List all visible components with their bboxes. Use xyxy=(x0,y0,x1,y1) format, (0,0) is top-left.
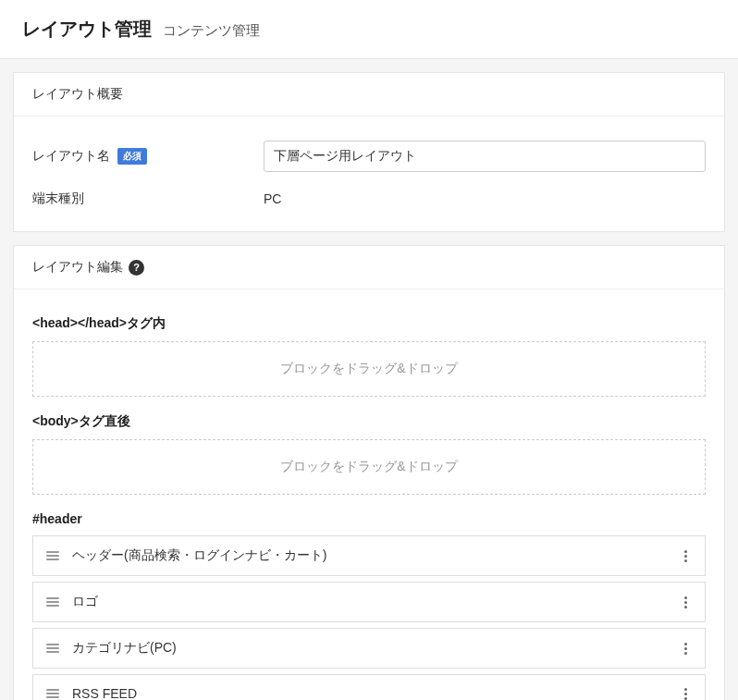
block-label: RSS FEED xyxy=(72,686,666,700)
header-zone-label: #header xyxy=(32,511,706,526)
drag-handle-icon[interactable] xyxy=(46,689,59,698)
edit-heading: レイアウト編集 ? xyxy=(14,246,724,289)
device-type-value-col: PC xyxy=(264,191,706,206)
layout-name-label: レイアウト名 xyxy=(32,148,110,165)
layout-name-row: レイアウト名 必須 xyxy=(32,131,706,181)
block-item[interactable]: ロゴ xyxy=(32,582,706,622)
dropzone-placeholder: ブロックをドラッグ&ドロップ xyxy=(280,459,457,473)
block-item[interactable]: RSS FEED xyxy=(32,674,706,700)
overview-card: レイアウト概要 レイアウト名 必須 端末種別 PC xyxy=(13,72,725,232)
device-type-value: PC xyxy=(264,191,281,206)
required-badge: 必須 xyxy=(117,148,147,165)
page-title: レイアウト管理 xyxy=(22,17,152,42)
content: レイアウト概要 レイアウト名 必須 端末種別 PC xyxy=(0,59,738,700)
head-dropzone[interactable]: ブロックをドラッグ&ドロップ xyxy=(32,341,706,397)
block-label: カテゴリナビ(PC) xyxy=(72,640,666,657)
body-dropzone[interactable]: ブロックをドラッグ&ドロップ xyxy=(32,439,706,495)
device-type-label: 端末種別 xyxy=(32,190,84,207)
layout-name-input-col xyxy=(264,141,706,172)
block-item[interactable]: ヘッダー(商品検索・ログインナビ・カート) xyxy=(32,535,706,576)
drag-handle-icon[interactable] xyxy=(46,597,59,607)
layout-name-label-col: レイアウト名 必須 xyxy=(32,148,264,165)
more-icon[interactable] xyxy=(679,643,692,655)
overview-body: レイアウト名 必須 端末種別 PC xyxy=(14,117,724,231)
edit-body: <head></head>タグ内 ブロックをドラッグ&ドロップ <body>タグ… xyxy=(14,289,724,700)
more-icon[interactable] xyxy=(679,688,692,700)
drag-handle-icon[interactable] xyxy=(46,551,59,560)
body-zone-label: <body>タグ直後 xyxy=(32,413,706,430)
layout-name-input[interactable] xyxy=(264,141,706,172)
device-type-row: 端末種別 PC xyxy=(32,181,706,216)
block-label: ヘッダー(商品検索・ログインナビ・カート) xyxy=(72,547,666,564)
more-icon[interactable] xyxy=(679,550,692,562)
device-type-label-col: 端末種別 xyxy=(32,190,264,207)
head-zone-label: <head></head>タグ内 xyxy=(32,315,706,332)
block-item[interactable]: カテゴリナビ(PC) xyxy=(32,628,706,669)
edit-card: レイアウト編集 ? <head></head>タグ内 ブロックをドラッグ&ドロッ… xyxy=(13,245,725,700)
page-header: レイアウト管理 コンテンツ管理 xyxy=(0,0,738,59)
edit-heading-text: レイアウト編集 xyxy=(32,259,123,276)
overview-heading-text: レイアウト概要 xyxy=(32,86,123,103)
page-subtitle: コンテンツ管理 xyxy=(163,22,260,40)
dropzone-placeholder: ブロックをドラッグ&ドロップ xyxy=(280,361,457,375)
more-icon[interactable] xyxy=(679,596,692,608)
overview-heading: レイアウト概要 xyxy=(14,73,724,117)
drag-handle-icon[interactable] xyxy=(46,644,59,653)
block-label: ロゴ xyxy=(72,594,666,610)
help-icon[interactable]: ? xyxy=(129,260,144,276)
